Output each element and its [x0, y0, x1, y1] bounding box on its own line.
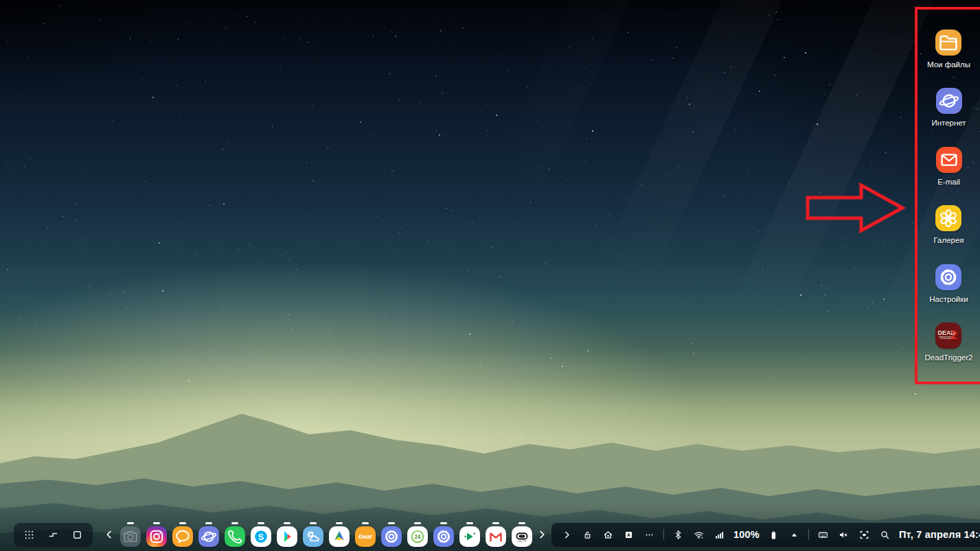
volume-mute-icon[interactable]: [837, 528, 850, 541]
running-indicator: [153, 522, 160, 524]
sidebar-shortcut-gallery[interactable]: Галерея: [933, 205, 964, 244]
email-icon: [936, 147, 962, 173]
chevron-right-icon[interactable]: [560, 528, 573, 541]
skype-icon: S: [251, 526, 271, 547]
desktop-icon[interactable]: [71, 528, 84, 541]
shortcut-label: DeadTrigger2: [925, 353, 973, 362]
running-apps: SGear24Gear VR: [120, 522, 532, 547]
tray-divider: [808, 529, 809, 540]
shortcut-label: Интернет: [931, 119, 966, 127]
gmail-icon: [486, 526, 506, 547]
running-indicator: [179, 522, 186, 524]
weather-icon: [303, 526, 323, 547]
keyboard-icon[interactable]: [817, 528, 830, 541]
messages-icon: [172, 526, 193, 547]
settings-icon: [433, 526, 454, 547]
shortcut-label: Галерея: [933, 236, 964, 244]
settings-icon: [381, 526, 402, 547]
play-games-icon: [459, 526, 480, 547]
running-indicator: [205, 522, 212, 524]
settings-icon: [935, 264, 961, 290]
battery-percent: 100%: [733, 529, 760, 540]
sidebar-shortcut-my-files[interactable]: Мои файлы: [927, 30, 970, 69]
running-indicator: [440, 522, 447, 524]
bluetooth-icon[interactable]: [672, 528, 685, 541]
running-indicator: [492, 522, 499, 524]
taskbar-app-skype[interactable]: S: [251, 522, 271, 547]
play-store-icon: [277, 526, 297, 547]
taskbar-app-instagram[interactable]: [146, 522, 167, 547]
taskbar-app-settings[interactable]: [381, 522, 402, 547]
svg-text:24: 24: [414, 534, 421, 540]
svg-text:2: 2: [950, 329, 957, 342]
sidebar-shortcut-samsung-internet[interactable]: Интернет: [931, 88, 966, 127]
home-icon[interactable]: [602, 528, 615, 541]
screen-capture-icon[interactable]: [858, 528, 871, 541]
shortcut-label: Мои файлы: [927, 60, 970, 69]
taskbar: SGear24Gear VR A100%Пт, 7 апреля 14:48: [0, 518, 980, 551]
more-icon[interactable]: [643, 528, 656, 541]
running-indicator: [310, 522, 317, 524]
sidebar-shortcut-email[interactable]: E-mail: [936, 147, 962, 186]
wallpaper: [0, 0, 980, 551]
svg-text:Gear: Gear: [358, 533, 373, 540]
letter-a-app-icon[interactable]: A: [622, 528, 635, 541]
taskbar-app-camera[interactable]: [120, 522, 141, 547]
running-indicator: [258, 522, 264, 524]
signal-icon[interactable]: [713, 528, 726, 541]
taskbar-app-google-drive[interactable]: [329, 522, 350, 547]
svg-text:Gear VR: Gear VR: [518, 540, 527, 543]
taskbar-app-calendar[interactable]: 24: [407, 522, 428, 547]
taskbar-app-messages[interactable]: [172, 522, 193, 547]
running-indicator: [127, 522, 134, 524]
wifi-icon[interactable]: [692, 528, 705, 541]
recents-icon[interactable]: [47, 528, 60, 541]
caret-up-icon[interactable]: [788, 528, 801, 541]
dex-desktop: Мои файлыИнтернетE-mailГалереяНастройкиD…: [0, 0, 980, 551]
gear-app-icon: Gear: [355, 526, 376, 547]
taskbar-app-settings-2[interactable]: [433, 522, 454, 547]
gallery-icon: [935, 205, 961, 231]
taskbar-app-phone[interactable]: [225, 522, 245, 547]
chevron-left-icon[interactable]: [102, 527, 117, 542]
datetime[interactable]: Пт, 7 апреля 14:48: [899, 529, 980, 540]
running-indicator: [466, 522, 473, 524]
running-indicator: [284, 522, 290, 524]
dead-trigger-2-icon: DEADTRIGGER2: [935, 323, 961, 349]
running-indicator: [414, 522, 421, 524]
taskbar-app-weather[interactable]: [303, 522, 323, 547]
shortcut-label: Настройки: [929, 295, 968, 303]
running-indicator: [336, 522, 343, 524]
instagram-icon: [146, 526, 167, 547]
shortcut-label: E-mail: [937, 178, 960, 186]
running-indicator: [231, 522, 238, 524]
running-indicator: [519, 522, 525, 524]
google-drive-icon: [329, 526, 350, 547]
samsung-internet-icon: [936, 88, 962, 114]
camera-icon: [120, 526, 141, 547]
taskbar-app-samsung-internet[interactable]: [198, 522, 219, 547]
taskbar-app-gmail[interactable]: [486, 522, 506, 547]
battery-full-icon[interactable]: [767, 528, 780, 541]
sidebar-shortcut-settings[interactable]: Настройки: [929, 264, 968, 303]
phone-icon: [225, 526, 245, 547]
chevron-right-icon[interactable]: [534, 527, 549, 542]
taskbar-app-play-store[interactable]: [277, 522, 297, 547]
my-files-icon: [935, 30, 961, 56]
running-indicator: [362, 522, 369, 524]
svg-text:A: A: [627, 532, 630, 537]
gear-vr-icon: Gear VR: [512, 526, 532, 547]
taskbar-app-gear-vr[interactable]: Gear VR: [512, 522, 532, 547]
samsung-internet-icon: [198, 526, 219, 547]
app-shortcut-panel: Мои файлыИнтернетE-mailГалереяНастройкиD…: [915, 7, 980, 384]
system-tray: A100%Пт, 7 апреля 14:48: [551, 523, 980, 547]
annotation-arrow-icon: [805, 180, 907, 236]
sidebar-shortcut-dead-trigger-2[interactable]: DEADTRIGGER2DeadTrigger2: [925, 323, 973, 362]
rotation-lock-icon[interactable]: [581, 528, 594, 541]
taskbar-app-play-games[interactable]: [459, 522, 480, 547]
calendar-icon: 24: [407, 526, 428, 547]
apps-grid-icon[interactable]: [23, 528, 36, 541]
search-icon[interactable]: [878, 528, 891, 541]
svg-text:S: S: [258, 532, 264, 542]
taskbar-app-gear-app[interactable]: Gear: [355, 522, 376, 547]
